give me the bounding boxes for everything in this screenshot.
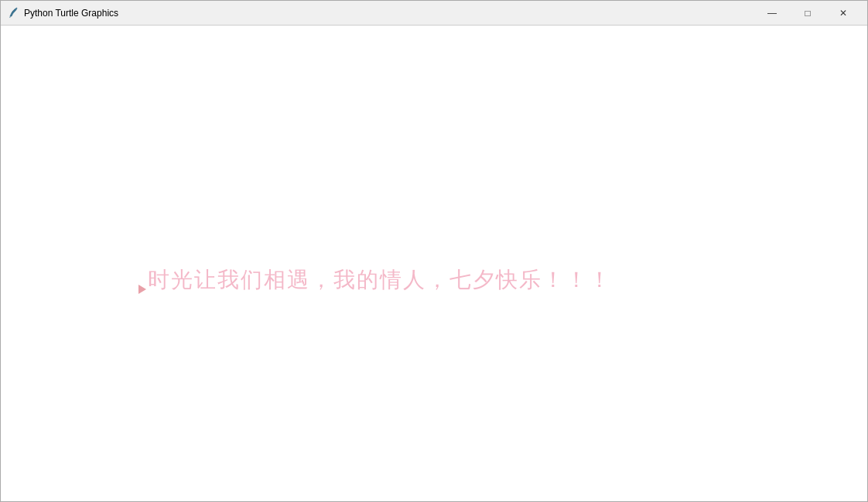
turtle-drawn-text: 时光让我们相遇，我的情人，七夕快乐！！！ [148, 265, 612, 295]
title-bar-left: Python Turtle Graphics [7, 7, 118, 19]
turtle-canvas: 时光让我们相遇，我的情人，七夕快乐！！！ [1, 26, 867, 501]
window: Python Turtle Graphics — □ ✕ 时光让我们相遇，我的情… [0, 0, 868, 502]
title-bar: Python Turtle Graphics — □ ✕ [1, 1, 867, 26]
svg-line-0 [10, 8, 17, 16]
maximize-button[interactable]: □ [790, 1, 825, 26]
close-button[interactable]: ✕ [825, 1, 861, 26]
app-icon [7, 7, 19, 19]
turtle-cursor-icon [138, 285, 146, 294]
window-controls: — □ ✕ [754, 1, 861, 26]
window-title: Python Turtle Graphics [24, 8, 118, 19]
minimize-button[interactable]: — [754, 1, 790, 26]
